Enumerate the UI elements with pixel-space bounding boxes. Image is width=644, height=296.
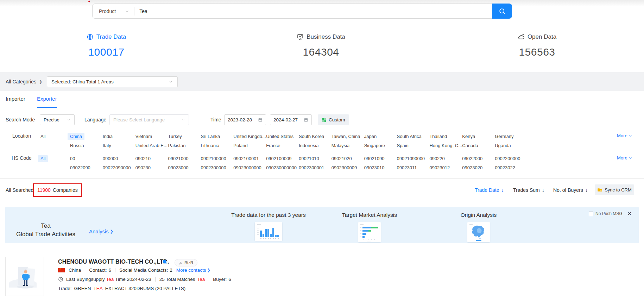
location-option[interactable]: Russia bbox=[70, 142, 84, 149]
social-contacts-value: 2 bbox=[170, 267, 172, 273]
close-icon[interactable]: ✕ bbox=[627, 212, 632, 216]
location-option[interactable]: Pakistan bbox=[168, 142, 186, 149]
location-option[interactable]: Italy bbox=[103, 142, 111, 149]
search-category-label: Product bbox=[99, 8, 116, 14]
tab-exporter[interactable]: Exporter bbox=[37, 96, 57, 102]
hs-code-option[interactable]: 090230000000 bbox=[266, 164, 297, 171]
tab-importer[interactable]: Importer bbox=[6, 96, 25, 102]
stat-business-data[interactable]: Business Data 164304 bbox=[268, 33, 374, 58]
date-from-input[interactable]: 2023-02-28 bbox=[224, 114, 266, 125]
hs-code-option[interactable]: 09022090 bbox=[70, 164, 90, 171]
hs-code-option[interactable]: 09023010 bbox=[364, 164, 385, 171]
hs-code-option[interactable]: 00 bbox=[70, 155, 75, 162]
location-option[interactable]: Poland bbox=[233, 142, 247, 149]
hs-code-option[interactable]: 0902300009 bbox=[332, 164, 357, 171]
company-thumbnail[interactable] bbox=[5, 257, 44, 296]
location-option[interactable]: France bbox=[266, 142, 280, 149]
sort-desc-icon: ↓ bbox=[501, 188, 504, 193]
hs-code-option[interactable]: 090230 bbox=[135, 164, 151, 171]
location-option[interactable]: Singapore bbox=[364, 142, 385, 149]
hs-code-option[interactable]: 09022000 bbox=[462, 155, 482, 162]
location-option[interactable]: United Kingdo... bbox=[233, 133, 266, 140]
contact-value: 6 bbox=[109, 267, 112, 273]
language-select[interactable]: Please Select Language bbox=[109, 114, 189, 125]
hs-code-option[interactable]: 09021090 bbox=[364, 155, 385, 162]
no-push-checkbox[interactable] bbox=[589, 212, 593, 216]
sort-trade-date[interactable]: Trade Date ↓ bbox=[475, 187, 504, 193]
location-option[interactable]: Canada bbox=[462, 142, 478, 149]
hs-code-option[interactable]: 0902300000 bbox=[201, 164, 226, 171]
hs-code-more-link[interactable]: More bbox=[617, 155, 632, 160]
hs-code-option[interactable]: 09021090000 bbox=[397, 155, 425, 162]
hs-code-option[interactable]: 09021010 bbox=[299, 155, 319, 162]
sort-no-of-buyers[interactable]: No. of Buyers ↓ bbox=[553, 187, 588, 193]
hs-code-option[interactable]: 09023012 bbox=[429, 164, 450, 171]
hs-code-option[interactable]: 090220 bbox=[429, 155, 444, 162]
location-more-link[interactable]: More bbox=[617, 133, 632, 138]
more-label: More bbox=[617, 155, 627, 160]
location-option[interactable]: Taiwan, China bbox=[332, 133, 360, 140]
location-option[interactable]: Hong Kong, C... bbox=[429, 142, 462, 149]
stat-open-data[interactable]: Open Data 156563 bbox=[484, 33, 590, 58]
selected-areas-dropdown[interactable]: Selected: China Total 1 Areas bbox=[47, 76, 178, 87]
all-categories-link[interactable]: All Categories ❯ bbox=[6, 79, 42, 84]
location-option[interactable]: Malaysia bbox=[332, 142, 349, 149]
hs-code-option[interactable]: 09022090000 bbox=[103, 164, 131, 171]
hs-code-option[interactable]: 09023011 bbox=[397, 164, 417, 171]
no-push-msg-control: No Push MSG ✕ bbox=[589, 211, 631, 216]
hs-code-option[interactable]: 09023000 bbox=[168, 164, 189, 171]
location-option[interactable]: China bbox=[68, 133, 84, 140]
location-option[interactable]: India bbox=[103, 133, 113, 140]
target-market-thumbnail[interactable] bbox=[358, 222, 381, 242]
sort-desc-icon: ↓ bbox=[585, 188, 588, 193]
search-button[interactable] bbox=[492, 4, 512, 19]
hs-code-option[interactable]: 0902100001 bbox=[233, 155, 259, 162]
hs-code-option[interactable]: 0902200000 bbox=[495, 155, 520, 162]
banner-title: Tea Global Trade Activities bbox=[5, 222, 86, 239]
hs-code-option[interactable]: 0902300001 bbox=[299, 164, 324, 171]
trade-post: EXTRACT 320DRUMS (20 PALLETS) bbox=[105, 286, 185, 291]
location-option[interactable]: Spain bbox=[397, 142, 409, 149]
hs-code-option[interactable]: 09021020 bbox=[332, 155, 352, 162]
origin-analysis-thumbnail[interactable] bbox=[467, 222, 490, 242]
location-option[interactable]: Vietnam bbox=[135, 133, 152, 140]
keyword-highlight: Tea bbox=[106, 277, 114, 282]
location-option[interactable]: United Arab E... bbox=[135, 142, 168, 149]
location-option[interactable]: South Africa bbox=[397, 133, 422, 140]
location-option[interactable]: Uganda bbox=[495, 142, 511, 149]
location-option[interactable]: Japan bbox=[364, 133, 377, 140]
sync-to-crm-button[interactable]: Sync to CRM bbox=[595, 184, 634, 195]
location-all-option[interactable]: All bbox=[40, 133, 45, 140]
sort-trades-sum[interactable]: Trades Sum ↓ bbox=[513, 187, 544, 193]
location-option[interactable]: Turkey bbox=[168, 133, 182, 140]
hs-code-all-option[interactable]: All bbox=[38, 155, 48, 162]
bar-chart-thumbnail[interactable] bbox=[255, 222, 282, 241]
search-input[interactable] bbox=[134, 8, 492, 14]
hs-code-option[interactable]: 090000 bbox=[103, 155, 118, 162]
location-option[interactable]: Lithuania bbox=[201, 142, 219, 149]
location-option[interactable]: United States bbox=[266, 133, 293, 140]
stat-trade-data[interactable]: Trade Data 100017 bbox=[53, 33, 159, 58]
hs-code-option[interactable]: 090210 bbox=[135, 155, 151, 162]
company-name[interactable]: CHENGDU WAGOTT BIO-TECH CO.,LTD. bbox=[58, 259, 169, 265]
hs-code-option[interactable]: 09023000000 bbox=[233, 164, 261, 171]
analysis-link[interactable]: Analysis ❯ bbox=[89, 228, 113, 234]
date-to-input[interactable]: 2024-02-27 bbox=[270, 114, 312, 125]
location-option[interactable]: Germany bbox=[495, 133, 513, 140]
bizr-badge[interactable]: BizR bbox=[175, 259, 197, 266]
search-mode-select[interactable]: Precise bbox=[40, 114, 75, 125]
location-option[interactable]: South Korea bbox=[299, 133, 324, 140]
custom-time-button[interactable]: Custom bbox=[318, 114, 349, 125]
hs-code-option[interactable]: 09021000 bbox=[168, 155, 189, 162]
hs-code-option[interactable]: 0902100009 bbox=[266, 155, 291, 162]
location-option[interactable]: Thailand bbox=[429, 133, 447, 140]
search-category-select[interactable]: Product bbox=[93, 4, 134, 18]
hs-code-option[interactable]: 0902100000 bbox=[201, 155, 226, 162]
more-contacts-link[interactable]: More contacts ❯ bbox=[176, 267, 210, 273]
hs-code-option[interactable]: 09023022 bbox=[495, 164, 515, 171]
hs-code-option[interactable]: 09023020 bbox=[462, 164, 482, 171]
location-option[interactable]: Kenya bbox=[462, 133, 475, 140]
copy-icon[interactable] bbox=[163, 259, 168, 266]
location-option[interactable]: Sri Lanka bbox=[201, 133, 220, 140]
location-option[interactable]: Indonesia bbox=[299, 142, 318, 149]
